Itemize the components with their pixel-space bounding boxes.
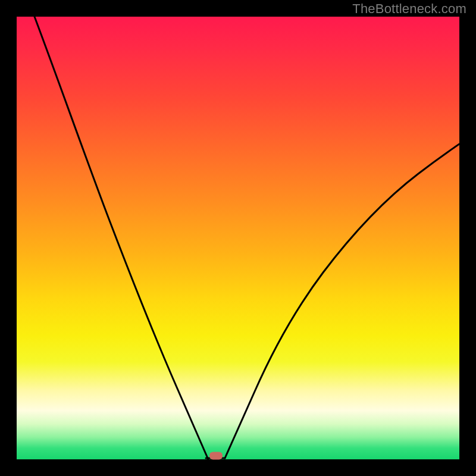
curve-left-branch <box>35 17 208 459</box>
curve-right-branch <box>225 144 459 458</box>
bottleneck-curve <box>17 17 459 459</box>
watermark-text: TheBottleneck.com <box>352 1 466 17</box>
chart-frame: TheBottleneck.com <box>0 0 476 476</box>
plot-area <box>17 17 459 459</box>
optimal-marker <box>209 452 223 460</box>
